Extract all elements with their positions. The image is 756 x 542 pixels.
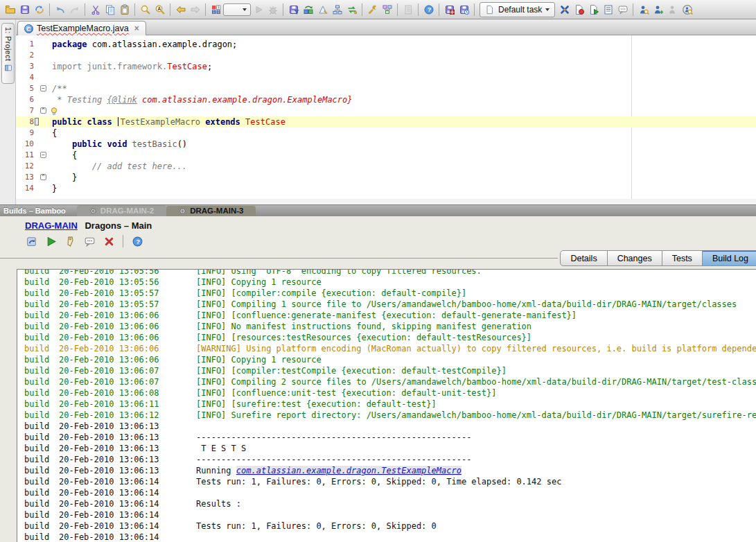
debug-button[interactable] <box>265 2 280 17</box>
toolbar-separator <box>474 3 475 16</box>
update-button[interactable] <box>24 234 39 249</box>
log-message: [INFO] Copying 1 resource <box>196 277 756 288</box>
plan-header: DRAG-MAIN Dragons – Main <box>25 220 152 231</box>
code-text <box>52 72 756 83</box>
log-process: build <box>17 509 59 521</box>
find-button[interactable] <box>138 2 152 17</box>
build-log-pane[interactable]: build20-Feb-2010 13:05:56[INFO] Using 'U… <box>17 269 756 542</box>
user-icon <box>667 4 678 15</box>
start-task-button[interactable] <box>586 2 601 17</box>
save-context-button[interactable] <box>457 2 471 17</box>
log-row: build20-Feb-2010 13:06:14 <box>17 487 756 498</box>
code-line-12: 12 // add test here... <box>16 161 756 172</box>
save-desktop-button[interactable] <box>442 2 457 17</box>
open-file-button[interactable] <box>3 2 17 17</box>
vcs-refresh-button[interactable] <box>344 2 359 17</box>
view-tab-build-log[interactable]: Build Log <box>702 250 756 266</box>
run-config-selector[interactable] <box>223 3 251 16</box>
code-structure-button[interactable] <box>330 2 344 17</box>
back-button[interactable] <box>173 2 188 17</box>
fold-marker-icon[interactable]: ^ <box>40 107 46 114</box>
synchronize-button[interactable] <box>32 2 46 17</box>
delete-icon <box>103 236 115 247</box>
run-plan-button[interactable] <box>43 234 58 249</box>
gutter-fold-area <box>34 161 52 172</box>
task-list-button[interactable] <box>601 2 615 17</box>
code-text: } <box>52 172 756 183</box>
log-row: build20-Feb-2010 13:06:06[WARNING] Using… <box>17 343 756 354</box>
editor-scroll-strip[interactable] <box>16 199 756 204</box>
view-tab-tests[interactable]: Tests <box>662 250 703 266</box>
view-tab-details[interactable]: Details <box>560 250 607 266</box>
code-text: /** <box>52 83 756 94</box>
gutter-fold-area: ^ <box>34 172 52 183</box>
task-comment-button[interactable] <box>615 2 630 17</box>
project-structure-button[interactable] <box>380 2 394 17</box>
commit-icon <box>288 4 299 15</box>
settings-button[interactable] <box>365 2 380 17</box>
fold-marker-icon[interactable]: − <box>40 152 46 158</box>
browse-user-button[interactable] <box>680 2 694 17</box>
build-tab-drag-main-2[interactable]: DRAG-MAIN-2 <box>77 205 166 216</box>
find-in-path-button[interactable]: A <box>152 2 167 17</box>
log-process: build <box>17 387 59 399</box>
line-number: 3 <box>16 61 34 72</box>
project-tool-window-button[interactable]: 1: Project <box>1 23 15 84</box>
settings-icon <box>367 4 378 15</box>
code-editor[interactable]: 1package com.atlassian.example.dragon;23… <box>16 35 756 199</box>
line-number: 5 <box>16 83 34 94</box>
fold-marker-icon[interactable]: ^ <box>40 174 46 180</box>
comment-button[interactable] <box>82 234 97 249</box>
copy-button[interactable] <box>103 2 117 17</box>
test-class-link[interactable]: com.atlassian.example.dragon.TestExample… <box>236 466 461 475</box>
find-user-button[interactable] <box>636 2 651 17</box>
code-line-3: 3import junit.framework.TestCase; <box>16 61 756 72</box>
fold-marker-icon[interactable]: − <box>40 85 46 91</box>
log-timestamp: 20-Feb-2010 13:06:12 <box>59 410 196 421</box>
cut-button[interactable] <box>88 2 103 17</box>
close-icon[interactable]: × <box>134 24 139 33</box>
run-configurations-button[interactable]: 110 <box>209 2 223 17</box>
build-view-tabs: DetailsChangesTestsBuild Log <box>561 250 756 266</box>
stop-task-button[interactable] <box>572 2 586 17</box>
forward-icon <box>190 4 201 15</box>
editor-tab-testexamplemacro[interactable]: C TestExampleMacro.java × <box>17 21 146 35</box>
redo-button[interactable] <box>67 2 82 17</box>
save-all-icon <box>19 4 30 15</box>
log-row: build20-Feb-2010 13:06:06[INFO] No manif… <box>17 321 756 332</box>
default-task-select[interactable]: Default task <box>480 2 555 17</box>
readonly-document-button[interactable] <box>401 2 415 17</box>
paste-button[interactable] <box>117 2 132 17</box>
delete-button[interactable] <box>101 234 116 249</box>
inspect-code-button[interactable] <box>315 2 330 17</box>
toolbar-separator <box>170 3 170 16</box>
log-process: build <box>17 332 59 343</box>
gutter-mark-icon[interactable] <box>35 118 39 125</box>
code-text: public class TestExampleMacro extends Te… <box>52 116 756 128</box>
forward-button[interactable] <box>188 2 202 17</box>
label-button[interactable] <box>62 234 78 249</box>
user-button[interactable] <box>665 2 680 17</box>
code-text <box>52 105 756 116</box>
add-user-button[interactable] <box>651 2 665 17</box>
build-tab-drag-main-3[interactable]: DRAG-MAIN-3 <box>166 205 256 216</box>
view-tab-changes[interactable]: Changes <box>607 250 662 266</box>
save-all-button[interactable] <box>17 2 32 17</box>
log-timestamp: 20-Feb-2010 13:06:13 <box>59 454 196 465</box>
code-text: // add test here... <box>52 161 756 172</box>
help-button[interactable]: ? <box>421 2 436 17</box>
plan-name: Dragons – Main <box>85 220 152 231</box>
run-configurations-icon: 110 <box>211 4 222 15</box>
undo-button[interactable] <box>53 2 67 17</box>
plan-key-link[interactable]: DRAG-MAIN <box>25 220 78 231</box>
ide-window: A110?Default task 1: Project C TestExamp… <box>0 0 756 542</box>
commit-button[interactable] <box>286 2 301 17</box>
bamboo-button[interactable] <box>557 2 572 17</box>
update-project-button[interactable] <box>301 2 315 17</box>
svg-text:?: ? <box>136 237 140 245</box>
code-text: package com.atlassian.example.dragon; <box>52 39 756 50</box>
debug-icon <box>267 4 279 15</box>
log-message: ----------------------------------------… <box>196 454 756 465</box>
run-button[interactable] <box>251 2 265 17</box>
help-button[interactable]: ? <box>130 234 145 249</box>
